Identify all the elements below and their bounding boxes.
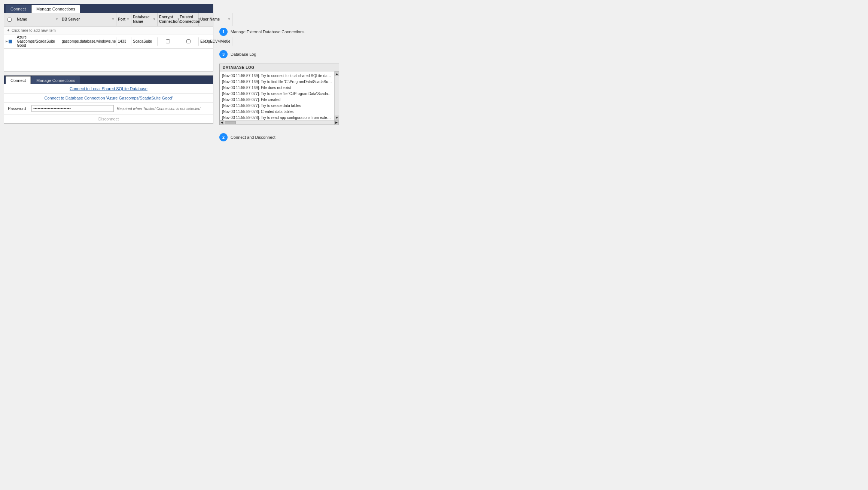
callout-1-text: Manage External Database Connections: [231, 30, 305, 34]
table-spacer: [4, 49, 213, 71]
azure-db-connect-row[interactable]: Connect to Database Connection 'Azure Ga…: [4, 94, 213, 103]
row-dbserver: gascomps.database.windows.net: [60, 37, 116, 46]
log-line-4: [Nov 03 11:55:59.077]: File created: [222, 97, 332, 103]
sort-name-icon[interactable]: ▼: [55, 18, 58, 21]
callout-2-text: Connect and Disconnect: [231, 135, 275, 140]
row-trusted-checkbox[interactable]: [178, 37, 199, 46]
row-port: 1433: [116, 37, 131, 46]
callout-3-area: 3 Database Log: [219, 49, 339, 60]
tab-connect-top[interactable]: Connect: [6, 5, 31, 13]
disconnect-row: Disconnect: [4, 114, 213, 123]
connect-panel: Connect to Local Shared SQLite Database …: [4, 84, 213, 123]
log-line-1: [Nov 03 11:55:57.169]: Try to find file …: [222, 79, 332, 85]
password-row: Password Required when Trusted Connectio…: [4, 103, 213, 114]
password-input[interactable]: [31, 105, 114, 112]
callout-3: 3 Database Log: [219, 50, 339, 58]
col-header-port: Port ▼: [116, 13, 131, 26]
tab-connect-bottom[interactable]: Connect: [6, 76, 31, 84]
scroll-h-track: [225, 121, 334, 124]
db-log-title: DATABASE LOG: [220, 64, 339, 71]
log-line-7: [Nov 03 11:55:59.078]: Try to read app c…: [222, 115, 332, 120]
col-header-check: [4, 13, 15, 26]
row-expand-check: ▶: [4, 37, 15, 46]
scroll-right-btn[interactable]: ▶: [334, 120, 339, 125]
col-header-dbname: Database Name ▼: [131, 13, 158, 26]
sort-dbname-icon[interactable]: ▼: [153, 18, 156, 21]
manage-connections-section: Connect Manage Connections Name ▼ DB Ser…: [4, 4, 213, 71]
top-tab-bar: Connect Manage Connections: [4, 4, 213, 13]
disconnect-button[interactable]: Disconnect: [98, 117, 119, 121]
tab-manage-connections-top[interactable]: Manage Connections: [31, 5, 80, 13]
scroll-left-btn[interactable]: ◀: [220, 120, 224, 125]
row-dbname: ScadaSuite: [131, 37, 158, 46]
col-header-name: Name ▼: [15, 13, 60, 26]
log-line-3: [Nov 03 11:55:57.077]: Try to create fil…: [222, 91, 332, 97]
scroll-up-btn[interactable]: ▲: [335, 71, 339, 76]
callout-3-number: 3: [219, 50, 228, 58]
bottom-tab-bar: Connect Manage Connections: [4, 76, 213, 84]
status-dot: [9, 40, 12, 43]
callout-1-area: 1 Manage External Database Connections: [219, 26, 339, 37]
callout-2-number: 2: [219, 133, 228, 141]
log-line-2: [Nov 03 11:55:57.169]: File does not exi…: [222, 85, 332, 91]
scroll-h-thumb[interactable]: [225, 121, 236, 124]
log-line-0: [Nov 03 11:55:57.169]: Try to connect to…: [222, 73, 332, 79]
callout-3-text: Database Log: [231, 52, 256, 56]
db-log-container: DATABASE LOG [Nov 03 11:55:57.169]: Try …: [219, 64, 339, 125]
row-encrypt-checkbox[interactable]: [158, 37, 178, 46]
callout-1-number: 1: [219, 28, 228, 36]
tab-manage-connections-bottom[interactable]: Manage Connections: [31, 76, 80, 84]
table-header: Name ▼ DB Server ▼ Port ▼ Database Name …: [4, 13, 213, 27]
scroll-track: [335, 76, 339, 116]
callout-1: 1 Manage External Database Connections: [219, 28, 339, 36]
azure-db-connect-link[interactable]: Connect to Database Connection 'Azure Ga…: [45, 96, 173, 100]
callout-2-area: 2 Connect and Disconnect: [219, 132, 339, 143]
password-hint: Required when Trusted Connection is not …: [117, 107, 200, 111]
select-all-checkbox[interactable]: [7, 18, 12, 22]
col-header-trusted: Trusted Connection ▼: [178, 13, 199, 26]
col-header-dbserver: DB Server ▼: [60, 13, 116, 26]
sort-dbserver-icon[interactable]: ▼: [112, 18, 115, 21]
sort-port-icon[interactable]: ▼: [127, 18, 130, 21]
log-horizontal-scrollbar[interactable]: ◀ ▶: [220, 120, 339, 125]
col-header-encrypt: Encrypt Connection ▼: [158, 13, 178, 26]
row-name: Azure Gascomps/ScadaSuite Good: [15, 34, 60, 48]
scroll-down-btn[interactable]: ▼: [335, 116, 339, 120]
table-row[interactable]: ▶ Azure Gascomps/ScadaSuite Good gascomp…: [4, 34, 213, 49]
callout-2: 2 Connect and Disconnect: [219, 133, 339, 141]
log-line-5: [Nov 03 11:55:59.077]: Try to create dat…: [222, 103, 332, 109]
add-new-item-row[interactable]: ＋ Click here to add new item: [4, 27, 213, 34]
expand-icon: ▶: [6, 40, 8, 43]
log-vertical-scrollbar[interactable]: ▲ ▼: [334, 71, 339, 120]
password-label: Password: [8, 106, 28, 111]
add-icon: ＋: [6, 28, 10, 33]
connect-section: Connect Manage Connections Connect to Lo…: [4, 75, 213, 124]
local-db-connect-row[interactable]: Connect to Local Shared SQLite Database: [4, 84, 213, 94]
local-db-connect-link[interactable]: Connect to Local Shared SQLite Database: [70, 86, 147, 91]
log-line-6: [Nov 03 11:55:59.078]: Created data tabl…: [222, 109, 332, 115]
db-log-body[interactable]: [Nov 03 11:55:57.169]: Try to connect to…: [220, 71, 334, 120]
